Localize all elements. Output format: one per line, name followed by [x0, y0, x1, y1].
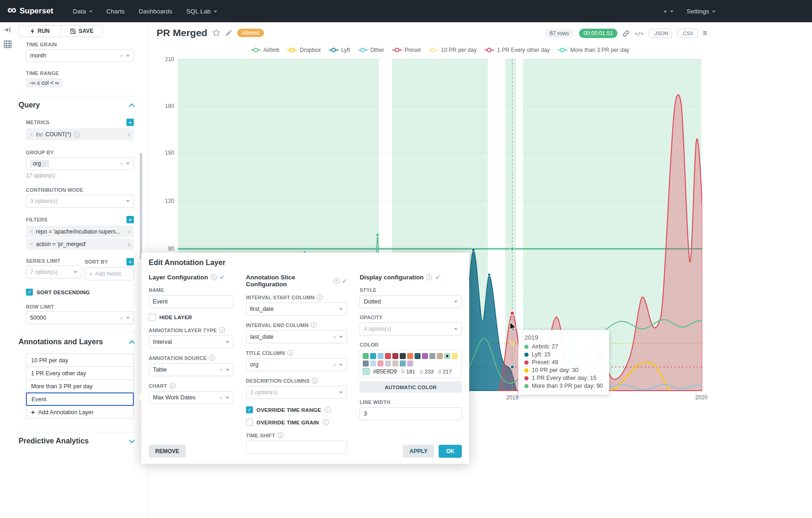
annotation-layer-type-select[interactable]: Interval	[149, 335, 233, 348]
clear-icon[interactable]	[120, 161, 123, 167]
clear-icon[interactable]	[120, 315, 123, 321]
legend-item[interactable]: 10 PR per day	[428, 47, 477, 53]
color-swatch[interactable]	[392, 353, 398, 359]
color-swatch[interactable]	[400, 360, 406, 366]
color-swatch[interactable]	[407, 360, 413, 366]
menu-item-dashboards[interactable]: Dashboards	[138, 8, 172, 15]
automatic-color-button[interactable]: AUTOMATIC COLOR	[359, 381, 462, 393]
checkbox-icon[interactable]	[246, 419, 253, 426]
export-json-button[interactable]: .JSON	[649, 29, 672, 38]
menu-item-data[interactable]: Data	[73, 8, 93, 15]
color-swatch[interactable]	[452, 353, 458, 359]
color-swatch[interactable]	[422, 353, 428, 359]
color-swatch[interactable]	[370, 360, 376, 366]
rgb-g-field[interactable]: G233	[420, 369, 434, 374]
interval-end-select[interactable]: last_date	[246, 330, 347, 343]
legend-item[interactable]: Dropbox	[287, 47, 321, 53]
menu-item-charts[interactable]: Charts	[107, 8, 125, 15]
remove-tag-icon[interactable]	[43, 161, 46, 166]
layer-name-input[interactable]	[149, 295, 233, 308]
apply-button[interactable]: APPLY	[403, 445, 434, 458]
new-item-button[interactable]: +	[663, 8, 674, 15]
time-range-tag[interactable]: -∞ ≤ col < ∞	[26, 78, 63, 88]
clear-icon[interactable]	[333, 362, 337, 368]
run-button[interactable]: RUN	[19, 25, 61, 37]
legend-item[interactable]: Other	[358, 47, 384, 53]
checkbox-checked-icon[interactable]	[246, 406, 253, 413]
group-by-select[interactable]: org	[26, 157, 134, 170]
predictive-section-header[interactable]: Predictive Analytics	[19, 437, 134, 445]
chevron-down-icon[interactable]	[129, 437, 135, 443]
title-column-select[interactable]: org	[246, 358, 347, 371]
legend-item[interactable]: Lyft	[329, 47, 350, 53]
legend-item[interactable]: More than 3 PR per day	[558, 47, 629, 53]
color-swatch[interactable]	[400, 353, 406, 359]
metric-pill[interactable]: f(x) COUNT(*)	[26, 128, 134, 140]
ok-button[interactable]: OK	[439, 445, 462, 458]
color-swatch[interactable]	[378, 360, 384, 366]
altered-badge[interactable]: Altered	[237, 29, 264, 37]
annotation-source-select[interactable]: Table	[149, 363, 233, 376]
checkbox-icon[interactable]	[149, 314, 156, 321]
remove-button[interactable]: REMOVE	[149, 445, 186, 458]
filter-pill[interactable]: repo = 'apache/incubator-supers...	[26, 226, 134, 237]
menu-item-sqllab[interactable]: SQL Lab	[186, 8, 217, 15]
remove-filter-icon[interactable]	[30, 241, 33, 247]
time-grain-select[interactable]: month	[26, 49, 134, 62]
edit-pencil-icon[interactable]	[225, 29, 233, 37]
legend-item[interactable]: Airbnb	[251, 47, 280, 53]
override-time-range-checkbox[interactable]: OVERRIDE TIME RANGE	[246, 406, 347, 413]
color-swatch[interactable]	[378, 353, 384, 359]
hide-layer-checkbox[interactable]: HIDE LAYER	[149, 314, 233, 321]
share-link-icon[interactable]	[623, 30, 629, 37]
style-select[interactable]: Dotted	[359, 295, 462, 308]
rgb-r-field[interactable]: R181	[402, 369, 415, 374]
add-metric-button[interactable]	[126, 119, 134, 126]
annotation-layer-item-selected[interactable]: Event	[26, 392, 134, 406]
color-swatch[interactable]	[363, 353, 369, 359]
clear-icon[interactable]	[219, 367, 223, 373]
add-annotation-layer-button[interactable]: Add Annotation Layer	[26, 405, 134, 419]
override-time-grain-checkbox[interactable]: OVERRIDE TIME GRAIN	[246, 419, 347, 426]
group-by-tag[interactable]: org	[30, 160, 49, 167]
chevron-up-icon[interactable]	[129, 103, 135, 109]
line-width-input[interactable]	[359, 407, 462, 420]
sort-by-add-metric[interactable]: Add metric	[85, 267, 134, 280]
chevron-up-icon[interactable]	[129, 340, 135, 346]
series-limit-select[interactable]: 7 option(s)	[26, 265, 82, 278]
filter-pill[interactable]: action = 'pr_merged'	[26, 238, 134, 250]
annotations-section-header[interactable]: Annotations and Layers	[19, 338, 134, 346]
color-swatch[interactable]	[429, 353, 435, 359]
opacity-select[interactable]: 4 option(s)	[359, 322, 462, 335]
favorite-star-icon[interactable]	[212, 29, 220, 37]
annotation-layer-item[interactable]: 10 PR per day	[26, 354, 134, 367]
color-swatch[interactable]	[363, 360, 369, 366]
add-sort-metric-button[interactable]	[126, 258, 134, 265]
color-swatch[interactable]	[407, 353, 413, 359]
rgb-b-field[interactable]: B217	[438, 369, 452, 374]
annotation-chart-select[interactable]: Max Work Dates	[149, 391, 233, 404]
settings-menu[interactable]: Settings	[686, 8, 716, 15]
color-swatch[interactable]	[385, 360, 391, 366]
color-swatch[interactable]	[385, 353, 391, 359]
add-filter-button[interactable]	[126, 216, 134, 223]
panel-scrollbar[interactable]	[140, 153, 142, 259]
remove-filter-icon[interactable]	[30, 228, 33, 234]
expand-datasource-icon[interactable]	[4, 26, 12, 34]
annotation-layer-item[interactable]: 1 PR Every other day	[26, 366, 134, 380]
color-swatch[interactable]	[437, 353, 443, 359]
contribution-mode-select[interactable]: 3 option(s)	[26, 195, 134, 208]
color-swatch-selected[interactable]	[444, 353, 450, 359]
checkbox-checked-icon[interactable]	[26, 289, 33, 296]
hex-value[interactable]: #B5E9D9	[373, 368, 397, 375]
remove-metric-icon[interactable]	[30, 132, 33, 138]
clear-icon[interactable]	[219, 395, 223, 401]
chart-menu-icon[interactable]	[703, 29, 707, 38]
superset-logo[interactable]: Superset	[7, 6, 53, 16]
row-limit-select[interactable]: 50000	[26, 311, 134, 324]
annotation-layer-item[interactable]: More than 3 PR per day	[26, 379, 134, 393]
query-section-header[interactable]: Query	[19, 101, 134, 109]
description-columns-select[interactable]: 3 option(s)	[246, 386, 347, 399]
embed-code-icon[interactable]: </>	[635, 31, 644, 37]
clear-icon[interactable]	[333, 334, 337, 340]
